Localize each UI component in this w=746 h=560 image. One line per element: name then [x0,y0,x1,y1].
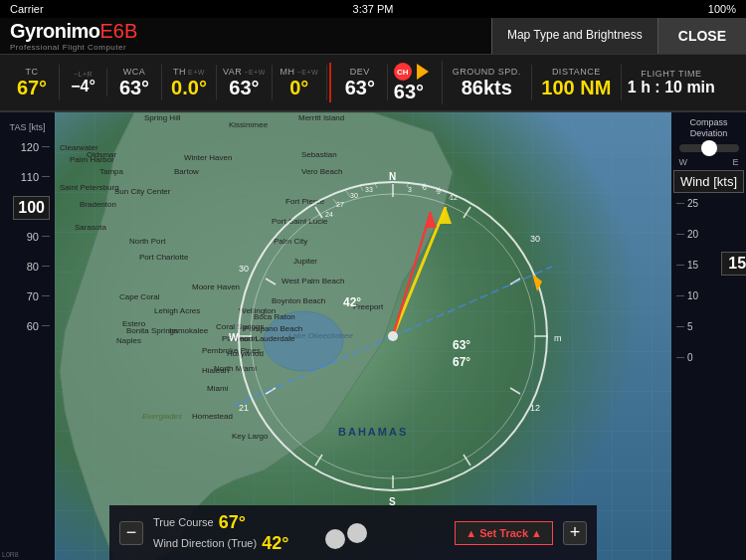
compass-dev-handle[interactable] [701,140,717,156]
compass-dev-slider[interactable] [679,144,739,152]
inst-mh-value: 0° [289,77,308,98]
svg-text:Vero Beach: Vero Beach [301,167,342,176]
map-container[interactable]: Lake Okeechobee Spring Hill Clearwater P… [55,112,671,560]
course-slider-handle[interactable] [347,523,367,543]
svg-text:Port Charlotte: Port Charlotte [139,253,189,262]
svg-text:Moore Haven: Moore Haven [192,282,240,291]
inst-wca: WCA 63° [107,65,162,100]
inst-gspd-label: Ground Spd. [453,67,521,77]
inst-flight-time: Flight Time 1 h : 10 min [622,67,721,98]
speed-scale: 120 110 100 100 90 80 [0,141,55,350]
svg-text:Hollywood: Hollywood [227,349,264,358]
svg-text:Sebastian: Sebastian [301,150,337,159]
inst-mh: MH −E+W 0° [273,65,327,100]
true-course-row: True Course 67° [153,512,288,533]
wind-tick-15: 15 15 [676,260,698,271]
svg-text:30: 30 [350,192,358,199]
inst-tc-label: TC [26,67,39,77]
svg-text:North Port: North Port [129,237,166,246]
bottom-bar: − True Course 67° Wind Direction (True) … [109,505,597,560]
inst-var-value: 63° [229,77,259,98]
instrument-bar: TC 67° −L+R −4° WCA 63° TH E+W 0.0° VAR … [0,55,746,112]
logo-e68: E6B [99,20,137,42]
svg-text:m: m [554,333,562,343]
svg-text:North Miami: North Miami [214,364,257,373]
sliders [298,530,445,536]
minus-button[interactable]: − [119,521,143,545]
inst-ftime-label: Flight Time [641,69,701,79]
svg-text:33: 33 [365,186,373,193]
svg-text:Miami: Miami [207,384,229,393]
left-sidebar: TAS [kts] 120 110 100 100 90 [0,112,55,560]
wind-tick-25: 25 [676,198,698,209]
inst-th-value: 0.0° [171,77,207,98]
logo-subtitle: Professional Flight Computer [10,43,126,52]
right-sidebar: Compass Deviation W E Wind [kts] 25 20 1… [671,112,746,560]
inst-th-label: TH E+W [173,67,205,77]
time-label: 3:37 PM [353,3,394,15]
e-label: E [732,157,738,167]
speed-tick-60: 60 [0,320,50,332]
svg-text:Tampa: Tampa [99,167,124,176]
svg-text:Immokalee: Immokalee [169,326,209,335]
main-area: TAS [kts] 120 110 100 100 90 [0,112,746,560]
inst-gspd-value: 86kts [462,77,512,98]
map-svg: Lake Okeechobee Spring Hill Clearwater P… [55,112,671,560]
bottom-labels: True Course 67° Wind Direction (True) 42… [153,512,288,554]
header-right: Map Type and Brightness CLOSE [491,18,746,54]
svg-text:Spring Hill: Spring Hill [144,113,181,122]
svg-text:Merritt Island: Merritt Island [298,113,344,122]
true-course-label: True Course [153,516,214,528]
wind-tick-5: 5 [676,321,693,332]
svg-text:N: N [389,171,396,182]
inst-wca-label: WCA [123,67,146,77]
svg-text:12: 12 [450,194,458,201]
map-type-button[interactable]: Map Type and Brightness [491,18,657,54]
set-track-button[interactable]: ▲ Set Track ▲ [455,521,553,545]
svg-text:BAHAMAS: BAHAMAS [338,426,408,438]
speed-current-container: 100 100 [0,201,50,231]
svg-text:12: 12 [530,403,540,413]
svg-text:9: 9 [437,188,441,195]
svg-text:Naples: Naples [116,336,141,345]
svg-text:Jupiter: Jupiter [293,257,317,266]
compass-dev-label: Compass Deviation [671,117,746,139]
ch-circle: CH [394,63,412,81]
svg-text:21: 21 [239,403,249,413]
logo-gyronimo: Gyronimo [10,20,99,42]
wind-dir-label: Wind Direction (True) [153,537,257,549]
svg-text:24: 24 [325,211,333,218]
plus-button[interactable]: + [563,521,587,545]
inst-var-label: VAR −E+W [223,67,266,77]
lore-text: L0R8 [2,551,19,558]
inst-var: VAR −E+W 63° [217,65,273,100]
svg-text:W: W [229,332,239,343]
svg-text:Pompano Beach: Pompano Beach [244,324,302,333]
svg-text:30: 30 [239,264,249,274]
inst-th: TH E+W 0.0° [162,65,217,100]
wind-slider-handle[interactable] [325,529,345,549]
wind-dir-row: Wind Direction (True) 42° [153,533,288,554]
inst-distance-label: Distance [552,67,601,77]
inst-variation-value: −4° [71,78,95,95]
svg-text:Key Largo: Key Largo [232,432,269,441]
svg-text:67°: 67° [453,355,470,369]
inst-ch-value: 63° [394,81,424,102]
svg-text:Kissimmee: Kissimmee [229,120,269,129]
inst-ftime-value: 1 h : 10 min [628,79,715,96]
close-button[interactable]: CLOSE [657,18,746,54]
svg-text:Lehigh Acres: Lehigh Acres [154,306,200,315]
wind-dir-value: 42° [262,533,288,554]
svg-text:Oldsmar: Oldsmar [87,150,117,159]
svg-text:Everglades: Everglades [142,412,182,421]
speed-tick-120: 120 [0,141,50,153]
svg-text:3: 3 [408,186,412,193]
header: Carrier 3:37 PM 100% GyronimoE6B Profess… [0,0,746,55]
svg-text:42°: 42° [343,295,361,309]
svg-text:Bartow: Bartow [174,167,199,176]
speed-tick-90: 90 [0,231,50,243]
wind-scale-container: 25 20 15 15 10 5 0 [671,198,746,560]
svg-line-55 [510,388,520,394]
inst-distance: Distance 100 NM [532,65,622,100]
wind-tick-20: 20 [676,229,698,240]
